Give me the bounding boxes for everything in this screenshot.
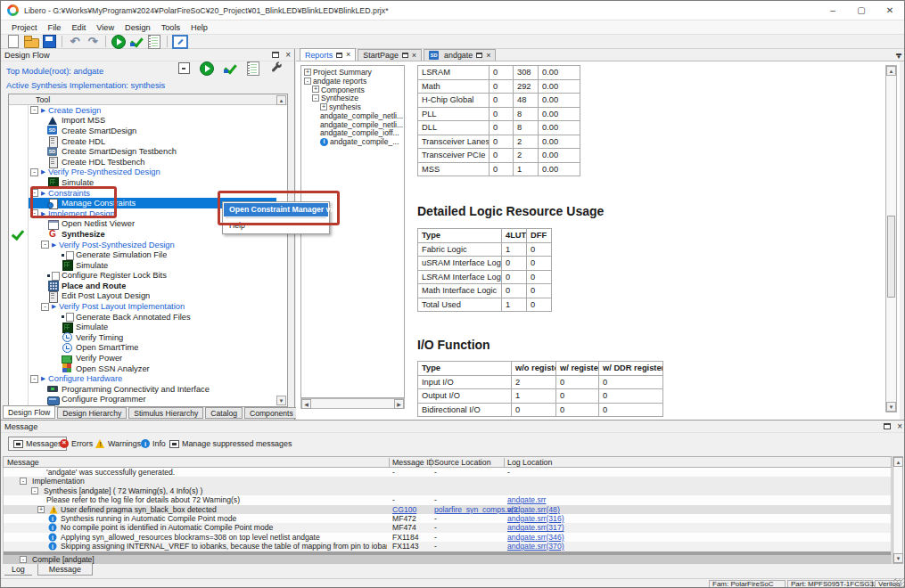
tree-item-import-mss[interactable]: Import MSS bbox=[29, 116, 276, 127]
verify-icon[interactable] bbox=[221, 61, 239, 75]
report-icon[interactable] bbox=[244, 61, 262, 75]
tab-catalog[interactable]: Catalog bbox=[205, 407, 243, 419]
collapse-icon[interactable]: - bbox=[41, 303, 49, 311]
report-tree-item-synthesize[interactable]: -Synthesize bbox=[301, 94, 404, 102]
log-location-link[interactable]: andgate.srr(317) bbox=[507, 523, 564, 532]
tools-wrench-icon[interactable] bbox=[267, 61, 285, 75]
scroll-down-icon[interactable]: ▼ bbox=[886, 402, 896, 412]
report-tree-item-andgate-compile-ioff[interactable]: andgate_compile_ioff... bbox=[301, 129, 404, 138]
tree-item-verify-post-synthesized-design[interactable]: -▶Verify Post-Synthesized Design bbox=[29, 240, 276, 250]
scroll-up-icon[interactable]: ▲ bbox=[276, 95, 286, 105]
run-icon[interactable] bbox=[198, 61, 216, 75]
scroll-left-icon[interactable]: ◀ bbox=[301, 399, 311, 409]
new-file-icon[interactable] bbox=[4, 35, 22, 48]
log-location-link[interactable]: andgate.srr bbox=[507, 495, 546, 504]
report-tree-item-components[interactable]: +Components bbox=[301, 86, 404, 94]
tab-stimulus-hierarchy[interactable]: Stimulus Hierarchy bbox=[128, 407, 203, 419]
maximize-button[interactable]: ▢ bbox=[847, 1, 876, 20]
message-row[interactable]: 'andgate' was successfully generated.--- bbox=[4, 468, 891, 477]
open-project-icon[interactable] bbox=[22, 35, 40, 48]
float-tab-icon[interactable] bbox=[336, 53, 342, 58]
collapse-icon[interactable]: - bbox=[30, 168, 38, 176]
tree-item-verify-timing[interactable]: Verify Timing bbox=[29, 332, 276, 343]
close-button[interactable]: ✕ bbox=[876, 1, 904, 20]
document-tab-reports[interactable]: Reports× bbox=[300, 48, 356, 61]
report-tree-item-andgate-compile-netli[interactable]: andgate_compile_netli... bbox=[301, 120, 404, 129]
tree-item-verify-pre-synthesized-design[interactable]: -▶Verify Pre-Synthesized Design bbox=[29, 167, 276, 178]
tab-list-icon[interactable]: ▬▼ bbox=[896, 52, 901, 59]
tree-item-constraints[interactable]: -▶Constraints bbox=[29, 188, 276, 199]
minimize-button[interactable]: – bbox=[819, 1, 847, 20]
float-panel-icon[interactable] bbox=[272, 52, 279, 58]
tree-item-programming-connectivity-and-interface[interactable]: Programming Connectivity and Interface bbox=[29, 384, 276, 395]
scroll-right-icon[interactable]: ▶ bbox=[394, 399, 404, 409]
report-icon[interactable] bbox=[145, 35, 163, 48]
log-location-link[interactable]: andgate.srr(370) bbox=[507, 542, 564, 551]
report-tree-item-project-summary[interactable]: +Project Summary bbox=[301, 68, 404, 77]
tree-item-generate-simulation-file[interactable]: Generate Simulation File bbox=[29, 249, 276, 260]
message-id-link[interactable]: CG100 bbox=[392, 505, 416, 514]
context-menu-item-open-constraint-manager-view[interactable]: Open Constraint Manager view bbox=[224, 203, 328, 216]
tab-design-hierarchy[interactable]: Design Hierarchy bbox=[57, 407, 127, 419]
log-location-link[interactable]: andgate.srr(316) bbox=[507, 514, 564, 523]
save-icon[interactable] bbox=[40, 35, 58, 48]
message-row[interactable]: Applying syn_allowed_resources blockrams… bbox=[4, 533, 891, 542]
message-row[interactable]: +User defined pragma syn_black_box detec… bbox=[4, 505, 891, 514]
close-tab-icon[interactable]: × bbox=[346, 51, 350, 59]
window-layout-icon[interactable] bbox=[171, 35, 189, 48]
tree-item-configure-programmer[interactable]: Configure Programmer bbox=[29, 395, 276, 405]
menu-file[interactable]: File bbox=[43, 23, 67, 32]
tab-message[interactable]: Message bbox=[37, 564, 93, 576]
tab-components[interactable]: Components bbox=[244, 407, 299, 419]
collapse-icon[interactable]: - bbox=[30, 375, 38, 383]
tree-item-verify-power[interactable]: Verify Power bbox=[29, 353, 276, 363]
collapse-icon[interactable]: - bbox=[20, 556, 27, 563]
tree-item-create-smartdesign[interactable]: Create SmartDesign bbox=[29, 126, 276, 136]
tab-design-flow[interactable]: Design Flow bbox=[3, 405, 55, 419]
close-tab-icon[interactable]: × bbox=[412, 52, 416, 60]
log-location-link[interactable]: andgate.srr(346) bbox=[507, 533, 564, 542]
tree-item-edit-post-layout-design[interactable]: Edit Post Layout Design bbox=[29, 291, 276, 302]
scroll-down-icon[interactable]: ▼ bbox=[276, 396, 286, 405]
report-tree-item-synthesis[interactable]: +synthesis bbox=[301, 102, 404, 111]
tree-item-open-smarttime[interactable]: Open SmartTime bbox=[29, 343, 276, 354]
run-icon[interactable] bbox=[110, 35, 128, 48]
source-location-link[interactable]: polarfire_syn_comps.v(2 bbox=[434, 505, 518, 514]
collapse-icon[interactable]: - bbox=[30, 209, 38, 217]
tab-log[interactable]: Log bbox=[4, 564, 32, 576]
scroll-down-icon[interactable]: ▼ bbox=[893, 553, 903, 563]
message-row[interactable]: No compile point is identified in Automa… bbox=[4, 523, 891, 532]
expand-icon[interactable]: + bbox=[320, 103, 327, 110]
close-panel-icon[interactable]: × bbox=[285, 51, 291, 60]
message-row[interactable]: -Synthesis [andgate] ( 72 Warning(s), 4 … bbox=[4, 486, 891, 495]
message-vscrollbar[interactable]: ▲ ▼ bbox=[893, 456, 903, 564]
resize-grip[interactable] bbox=[893, 578, 904, 588]
report-vscrollbar[interactable]: ▲ ▼ bbox=[885, 65, 897, 412]
expand-icon[interactable]: + bbox=[37, 506, 45, 513]
redo-icon[interactable] bbox=[84, 35, 102, 48]
collapse-icon[interactable]: - bbox=[304, 78, 311, 85]
tree-item-simulate[interactable]: Simulate bbox=[29, 260, 276, 271]
tree-item-simulate[interactable]: Simulate bbox=[29, 322, 276, 332]
filter-manage-suppressed-messages[interactable]: Manage suppressed messages bbox=[169, 437, 292, 451]
tree-item-create-smartdesign-testbench[interactable]: Create SmartDesign Testbench bbox=[29, 146, 276, 157]
tree-item-create-hdl[interactable]: Create HDL bbox=[29, 136, 276, 147]
menu-design[interactable]: Design bbox=[119, 23, 156, 32]
close-panel-icon[interactable]: × bbox=[897, 422, 902, 431]
collapse-icon[interactable]: - bbox=[312, 94, 319, 102]
menu-edit[interactable]: Edit bbox=[66, 23, 91, 32]
context-menu-item-help[interactable]: Help bbox=[224, 219, 328, 233]
float-tab-icon[interactable] bbox=[476, 53, 482, 58]
collapse-icon[interactable]: - bbox=[20, 478, 27, 485]
message-row[interactable]: -Compile [andgate] bbox=[4, 555, 891, 564]
message-row[interactable]: Please refer to the log file for details… bbox=[4, 495, 891, 504]
menu-help[interactable]: Help bbox=[185, 23, 213, 32]
filter-warnings[interactable]: Warnings bbox=[95, 437, 141, 451]
tree-item-open-ssn-analyzer[interactable]: Open SSN Analyzer bbox=[29, 363, 276, 374]
tree-item-create-hdl-testbench[interactable]: Create HDL Testbench bbox=[29, 157, 276, 167]
tree-item-create-design[interactable]: -▶Create Design bbox=[29, 105, 276, 116]
document-tab-startpage[interactable]: StartPage× bbox=[358, 49, 422, 61]
undo-icon[interactable] bbox=[66, 35, 84, 48]
collapse-icon[interactable]: - bbox=[31, 487, 38, 494]
tree-item-verify-post-layout-implementation[interactable]: -▶Verify Post Layout Implementation bbox=[29, 301, 276, 312]
